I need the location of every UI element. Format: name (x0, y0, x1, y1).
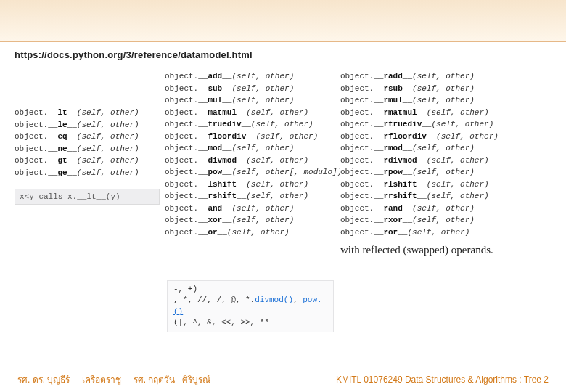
object-prefix: object. (15, 156, 48, 165)
method-name: __truediv__ (198, 120, 251, 128)
method-args: (self, other) (246, 108, 308, 117)
content-area: https://docs.python.org/3/reference/data… (0, 42, 566, 256)
object-prefix: object. (165, 132, 198, 141)
object-prefix: object. (15, 144, 48, 153)
method-args: (self, other) (436, 132, 499, 141)
object-prefix: object. (165, 216, 198, 224)
method-args: (self, other) (246, 180, 308, 189)
object-prefix: object. (165, 96, 198, 105)
method-name: __rshift__ (198, 192, 246, 200)
object-prefix: object. (340, 108, 374, 117)
method-args: (self, other) (231, 204, 294, 213)
object-prefix: object. (165, 180, 198, 189)
operator-symbols-box: -, +) , *, //, /, @, *.divmod(), pow.() … (167, 280, 334, 332)
method-line: object.__xor__(self, other) (165, 214, 332, 226)
method-args: (self, other) (407, 228, 469, 237)
object-prefix: object. (165, 84, 198, 93)
reflected-methods-column: object.__radd__(self, other)object.__rsu… (340, 70, 536, 256)
object-prefix: object. (165, 156, 198, 165)
reflected-caption: with reflected (swapped) operands. (340, 244, 536, 256)
call-example-box: x<y calls x.__lt__(y) (15, 189, 160, 205)
method-args: (self, other) (77, 132, 139, 141)
method-name: __rmatmul__ (374, 108, 427, 117)
footer-course: KMITL 01076249 Data Structures & Algorit… (336, 375, 549, 385)
method-name: __ror__ (374, 228, 407, 237)
object-prefix: object. (165, 144, 198, 152)
object-prefix: object. (340, 84, 374, 93)
object-prefix: object. (340, 192, 374, 200)
method-args: (self, other) (246, 156, 308, 165)
method-args: (self, other) (77, 168, 139, 177)
method-line: object.__rsub__(self, other) (340, 83, 536, 95)
object-prefix: object. (340, 144, 374, 152)
ops-text: , *, //, /, @, *. (173, 295, 255, 304)
method-args: (self, other) (412, 72, 475, 81)
method-name: __rfloordiv__ (374, 132, 436, 141)
object-prefix: object. (340, 156, 374, 165)
method-line: object.__mod__(self, other) (165, 142, 332, 155)
method-line: object.__truediv__(self, other) (165, 118, 332, 131)
method-line: object.__rand__(self, other) (340, 203, 536, 215)
method-name: __rmul__ (374, 96, 412, 105)
method-line: object.__rmod__(self, other) (340, 142, 536, 155)
method-line: object.__lt__(self, other) (15, 107, 156, 119)
comparison-methods-column: object.__lt__(self, other)object.__le__(… (15, 70, 156, 205)
method-args: (self, other) (231, 216, 294, 224)
reference-url: https://docs.python.org/3/reference/data… (15, 49, 551, 60)
ops-line: -, +) (173, 284, 327, 295)
method-args: (self, other) (427, 192, 489, 200)
method-name: __rpow__ (374, 168, 412, 176)
method-line: object.__radd__(self, other) (340, 70, 536, 83)
method-args: (self, other) (231, 144, 294, 152)
object-prefix: object. (15, 121, 48, 129)
method-line: object.__eq__(self, other) (15, 131, 156, 143)
method-line: object.__rlshift__(self, other) (340, 179, 536, 191)
method-line: object.__rrshift__(self, other) (340, 190, 536, 203)
object-prefix: object. (340, 72, 374, 81)
object-prefix: object. (340, 132, 374, 141)
object-prefix: object. (340, 120, 374, 128)
columns: object.__lt__(self, other)object.__le__(… (15, 70, 551, 256)
method-name: __rxor__ (374, 216, 412, 224)
method-args: (self, other) (77, 144, 139, 153)
method-name: __ne__ (48, 144, 77, 153)
method-args: (self, other) (427, 108, 489, 117)
method-args: (self, other) (412, 144, 475, 152)
method-args: (self, other) (246, 192, 308, 200)
object-prefix: object. (165, 120, 198, 128)
method-line: object.__floordiv__(self, other) (165, 131, 332, 143)
method-line: object.__ror__(self, other) (340, 226, 536, 239)
object-prefix: object. (165, 72, 198, 81)
ops-line: (|, ^, &, <<, >>, ** (173, 317, 327, 328)
method-line: object.__rfloordiv__(self, other) (340, 131, 536, 143)
method-name: __rmod__ (374, 144, 412, 152)
method-line: object.__pow__(self, other[, modulo]) (165, 166, 332, 179)
method-line: object.__add__(self, other) (165, 70, 332, 83)
object-prefix: object. (340, 180, 374, 189)
object-prefix: object. (340, 168, 374, 176)
method-line: object.__rdivmod__(self, other) (340, 155, 536, 167)
method-name: __lt__ (48, 108, 77, 117)
method-name: __rsub__ (374, 84, 412, 93)
divmod-link[interactable]: divmod() (255, 295, 293, 304)
object-prefix: object. (15, 108, 48, 117)
method-line: object.__le__(self, other) (15, 119, 156, 131)
method-name: __mod__ (198, 144, 231, 152)
method-args: (self, other) (231, 96, 294, 105)
method-line: object.__gt__(self, other) (15, 155, 156, 167)
object-prefix: object. (165, 228, 198, 237)
method-args: (self, other) (412, 168, 475, 176)
method-args: (self, other) (77, 156, 139, 165)
method-args: (self, other) (227, 228, 290, 237)
method-line: object.__ne__(self, other) (15, 143, 156, 155)
method-args: (self, other) (427, 156, 489, 165)
method-name: __and__ (198, 204, 231, 213)
method-args: (self, other[, modulo]) (231, 168, 342, 176)
method-args: (self, other) (77, 121, 139, 129)
method-name: __gt__ (48, 156, 77, 165)
method-args: (self, other) (255, 132, 318, 141)
method-name: __pow__ (198, 168, 231, 176)
method-name: __divmod__ (198, 156, 246, 165)
arithmetic-methods-column: object.__add__(self, other)object.__sub_… (165, 70, 332, 238)
object-prefix: object. (340, 216, 374, 224)
